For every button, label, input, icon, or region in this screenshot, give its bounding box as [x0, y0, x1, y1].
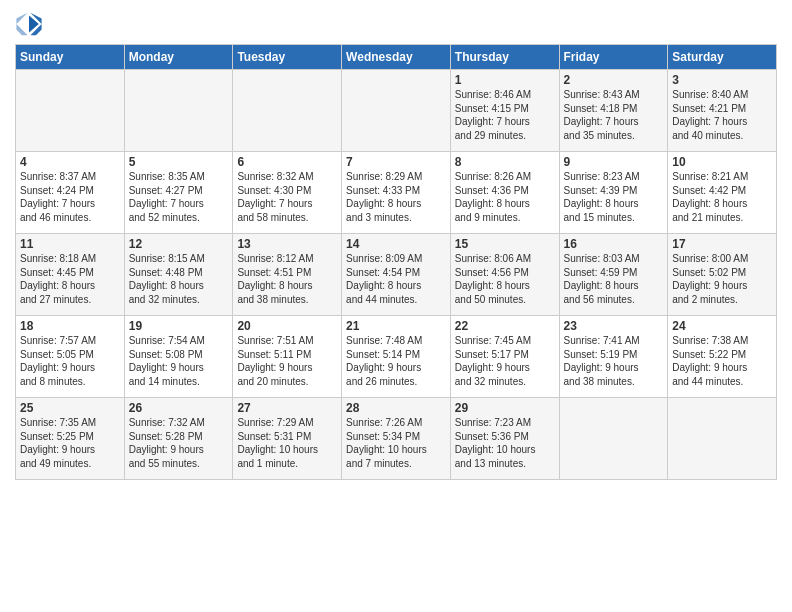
day-number: 24	[672, 319, 772, 333]
day-number: 2	[564, 73, 664, 87]
calendar-cell: 13Sunrise: 8:12 AMSunset: 4:51 PMDayligh…	[233, 234, 342, 316]
day-info: Sunrise: 8:43 AMSunset: 4:18 PMDaylight:…	[564, 88, 664, 142]
day-number: 10	[672, 155, 772, 169]
calendar-cell	[668, 398, 777, 480]
day-info: Sunrise: 8:40 AMSunset: 4:21 PMDaylight:…	[672, 88, 772, 142]
calendar-cell: 21Sunrise: 7:48 AMSunset: 5:14 PMDayligh…	[342, 316, 451, 398]
calendar-cell: 18Sunrise: 7:57 AMSunset: 5:05 PMDayligh…	[16, 316, 125, 398]
weekday-header: Thursday	[450, 45, 559, 70]
weekday-header: Sunday	[16, 45, 125, 70]
day-info: Sunrise: 7:41 AMSunset: 5:19 PMDaylight:…	[564, 334, 664, 388]
calendar-cell: 10Sunrise: 8:21 AMSunset: 4:42 PMDayligh…	[668, 152, 777, 234]
day-info: Sunrise: 8:21 AMSunset: 4:42 PMDaylight:…	[672, 170, 772, 224]
day-info: Sunrise: 8:37 AMSunset: 4:24 PMDaylight:…	[20, 170, 120, 224]
day-info: Sunrise: 8:09 AMSunset: 4:54 PMDaylight:…	[346, 252, 446, 306]
calendar-cell: 11Sunrise: 8:18 AMSunset: 4:45 PMDayligh…	[16, 234, 125, 316]
calendar-cell: 4Sunrise: 8:37 AMSunset: 4:24 PMDaylight…	[16, 152, 125, 234]
calendar-header: SundayMondayTuesdayWednesdayThursdayFrid…	[16, 45, 777, 70]
calendar-week-row: 18Sunrise: 7:57 AMSunset: 5:05 PMDayligh…	[16, 316, 777, 398]
day-number: 14	[346, 237, 446, 251]
calendar-week-row: 11Sunrise: 8:18 AMSunset: 4:45 PMDayligh…	[16, 234, 777, 316]
day-info: Sunrise: 7:35 AMSunset: 5:25 PMDaylight:…	[20, 416, 120, 470]
day-number: 6	[237, 155, 337, 169]
day-info: Sunrise: 7:54 AMSunset: 5:08 PMDaylight:…	[129, 334, 229, 388]
day-info: Sunrise: 8:32 AMSunset: 4:30 PMDaylight:…	[237, 170, 337, 224]
day-info: Sunrise: 7:45 AMSunset: 5:17 PMDaylight:…	[455, 334, 555, 388]
day-number: 9	[564, 155, 664, 169]
day-number: 16	[564, 237, 664, 251]
day-number: 11	[20, 237, 120, 251]
calendar-cell	[342, 70, 451, 152]
calendar-cell	[559, 398, 668, 480]
calendar-cell: 20Sunrise: 7:51 AMSunset: 5:11 PMDayligh…	[233, 316, 342, 398]
day-info: Sunrise: 7:48 AMSunset: 5:14 PMDaylight:…	[346, 334, 446, 388]
calendar-cell	[16, 70, 125, 152]
calendar-cell: 7Sunrise: 8:29 AMSunset: 4:33 PMDaylight…	[342, 152, 451, 234]
weekday-header: Saturday	[668, 45, 777, 70]
calendar-body: 1Sunrise: 8:46 AMSunset: 4:15 PMDaylight…	[16, 70, 777, 480]
calendar-cell: 27Sunrise: 7:29 AMSunset: 5:31 PMDayligh…	[233, 398, 342, 480]
calendar-cell: 25Sunrise: 7:35 AMSunset: 5:25 PMDayligh…	[16, 398, 125, 480]
day-number: 29	[455, 401, 555, 415]
calendar-cell	[124, 70, 233, 152]
day-number: 5	[129, 155, 229, 169]
day-info: Sunrise: 8:29 AMSunset: 4:33 PMDaylight:…	[346, 170, 446, 224]
weekday-header: Tuesday	[233, 45, 342, 70]
day-info: Sunrise: 8:46 AMSunset: 4:15 PMDaylight:…	[455, 88, 555, 142]
day-info: Sunrise: 7:26 AMSunset: 5:34 PMDaylight:…	[346, 416, 446, 470]
day-number: 25	[20, 401, 120, 415]
calendar-cell: 23Sunrise: 7:41 AMSunset: 5:19 PMDayligh…	[559, 316, 668, 398]
day-info: Sunrise: 8:00 AMSunset: 5:02 PMDaylight:…	[672, 252, 772, 306]
calendar-cell: 28Sunrise: 7:26 AMSunset: 5:34 PMDayligh…	[342, 398, 451, 480]
calendar-cell: 1Sunrise: 8:46 AMSunset: 4:15 PMDaylight…	[450, 70, 559, 152]
day-number: 21	[346, 319, 446, 333]
calendar-week-row: 25Sunrise: 7:35 AMSunset: 5:25 PMDayligh…	[16, 398, 777, 480]
calendar-cell: 22Sunrise: 7:45 AMSunset: 5:17 PMDayligh…	[450, 316, 559, 398]
day-number: 28	[346, 401, 446, 415]
day-info: Sunrise: 7:32 AMSunset: 5:28 PMDaylight:…	[129, 416, 229, 470]
calendar-cell: 6Sunrise: 8:32 AMSunset: 4:30 PMDaylight…	[233, 152, 342, 234]
calendar-table: SundayMondayTuesdayWednesdayThursdayFrid…	[15, 44, 777, 480]
calendar-cell: 3Sunrise: 8:40 AMSunset: 4:21 PMDaylight…	[668, 70, 777, 152]
calendar-week-row: 4Sunrise: 8:37 AMSunset: 4:24 PMDaylight…	[16, 152, 777, 234]
day-info: Sunrise: 8:06 AMSunset: 4:56 PMDaylight:…	[455, 252, 555, 306]
page-container: SundayMondayTuesdayWednesdayThursdayFrid…	[0, 0, 792, 488]
calendar-cell: 17Sunrise: 8:00 AMSunset: 5:02 PMDayligh…	[668, 234, 777, 316]
calendar-cell: 26Sunrise: 7:32 AMSunset: 5:28 PMDayligh…	[124, 398, 233, 480]
day-number: 13	[237, 237, 337, 251]
header	[15, 10, 777, 38]
day-info: Sunrise: 8:35 AMSunset: 4:27 PMDaylight:…	[129, 170, 229, 224]
day-number: 19	[129, 319, 229, 333]
day-info: Sunrise: 8:15 AMSunset: 4:48 PMDaylight:…	[129, 252, 229, 306]
day-number: 1	[455, 73, 555, 87]
day-info: Sunrise: 7:57 AMSunset: 5:05 PMDaylight:…	[20, 334, 120, 388]
calendar-cell: 9Sunrise: 8:23 AMSunset: 4:39 PMDaylight…	[559, 152, 668, 234]
calendar-cell: 2Sunrise: 8:43 AMSunset: 4:18 PMDaylight…	[559, 70, 668, 152]
calendar-cell	[233, 70, 342, 152]
weekday-header: Monday	[124, 45, 233, 70]
logo	[15, 10, 47, 38]
day-info: Sunrise: 8:12 AMSunset: 4:51 PMDaylight:…	[237, 252, 337, 306]
calendar-cell: 19Sunrise: 7:54 AMSunset: 5:08 PMDayligh…	[124, 316, 233, 398]
calendar-cell: 12Sunrise: 8:15 AMSunset: 4:48 PMDayligh…	[124, 234, 233, 316]
calendar-cell: 15Sunrise: 8:06 AMSunset: 4:56 PMDayligh…	[450, 234, 559, 316]
day-info: Sunrise: 7:38 AMSunset: 5:22 PMDaylight:…	[672, 334, 772, 388]
day-number: 7	[346, 155, 446, 169]
day-info: Sunrise: 8:23 AMSunset: 4:39 PMDaylight:…	[564, 170, 664, 224]
day-info: Sunrise: 7:23 AMSunset: 5:36 PMDaylight:…	[455, 416, 555, 470]
logo-icon	[15, 10, 43, 38]
day-number: 4	[20, 155, 120, 169]
day-number: 3	[672, 73, 772, 87]
day-info: Sunrise: 8:26 AMSunset: 4:36 PMDaylight:…	[455, 170, 555, 224]
calendar-cell: 8Sunrise: 8:26 AMSunset: 4:36 PMDaylight…	[450, 152, 559, 234]
calendar-cell: 5Sunrise: 8:35 AMSunset: 4:27 PMDaylight…	[124, 152, 233, 234]
day-number: 17	[672, 237, 772, 251]
day-number: 22	[455, 319, 555, 333]
day-info: Sunrise: 8:03 AMSunset: 4:59 PMDaylight:…	[564, 252, 664, 306]
calendar-cell: 24Sunrise: 7:38 AMSunset: 5:22 PMDayligh…	[668, 316, 777, 398]
calendar-cell: 16Sunrise: 8:03 AMSunset: 4:59 PMDayligh…	[559, 234, 668, 316]
day-number: 18	[20, 319, 120, 333]
calendar-cell: 14Sunrise: 8:09 AMSunset: 4:54 PMDayligh…	[342, 234, 451, 316]
calendar-week-row: 1Sunrise: 8:46 AMSunset: 4:15 PMDaylight…	[16, 70, 777, 152]
day-info: Sunrise: 7:29 AMSunset: 5:31 PMDaylight:…	[237, 416, 337, 470]
